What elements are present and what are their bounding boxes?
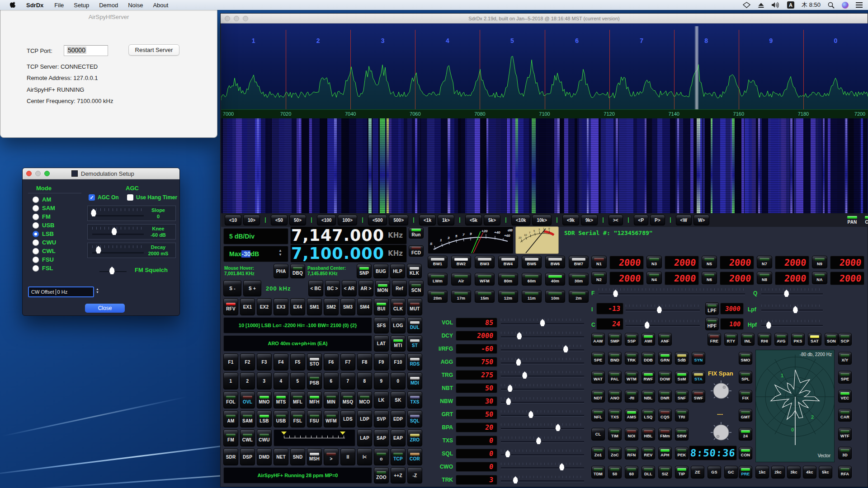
restart-server-button[interactable]: Restart Server (128, 44, 179, 56)
button-inl[interactable]: INL (741, 333, 755, 346)
button-sm3[interactable]: SM3 (340, 298, 355, 315)
button-bnd[interactable]: BND (608, 352, 622, 365)
button-spe[interactable]: SPE (591, 352, 605, 365)
button-son[interactable]: SON (825, 333, 838, 346)
button-bw5[interactable]: BW5 (522, 256, 542, 268)
slider-thumb[interactable] (793, 306, 798, 313)
button-ams[interactable]: AMS (625, 409, 638, 422)
button-msh[interactable]: MSH (307, 448, 322, 465)
button-con[interactable]: CON (739, 447, 752, 460)
slider-thumb[interactable] (783, 290, 789, 297)
button-mco[interactable]: MCO (357, 391, 372, 408)
button-f7[interactable]: F7 (340, 353, 355, 371)
slider-thumb[interactable] (644, 321, 650, 328)
button-sm4[interactable]: SM4 (357, 298, 372, 315)
button-anf[interactable]: ANF (658, 333, 672, 346)
param-slider[interactable] (501, 436, 584, 446)
button-klk[interactable]: KLK (407, 264, 422, 278)
button-eap[interactable]: EAP (391, 429, 406, 446)
button-i-[interactable]: I< (357, 448, 372, 465)
button-lpf[interactable]: LPF (705, 302, 719, 315)
button-ar-[interactable]: AR > (359, 280, 373, 296)
mode-radio-fm[interactable]: FM (33, 213, 51, 220)
button-1[interactable]: 1 (223, 372, 238, 389)
button-bw7[interactable]: BW7 (569, 256, 589, 268)
param-slider[interactable] (501, 462, 584, 472)
vector-scope[interactable]: 102 -80 db, 2200 Hz Vector (755, 350, 835, 462)
button-msq[interactable]: MSQ (340, 391, 355, 408)
lpf-slider[interactable] (761, 305, 823, 314)
button-min[interactable]: MIN (324, 391, 339, 408)
button-20m[interactable]: 20m (428, 290, 448, 303)
menu-setup[interactable]: Setup (69, 2, 94, 9)
button-10-[interactable]: 10> (243, 215, 260, 225)
button-usb[interactable]: USB (274, 410, 288, 427)
button--100[interactable]: <100 (317, 215, 336, 225)
button-bw3[interactable]: BW3 (475, 256, 495, 268)
button-5k-[interactable]: 5k> (484, 215, 500, 225)
button-pks[interactable]: PKS (791, 333, 805, 346)
button-sm1[interactable]: SM1 (307, 298, 322, 315)
button--w[interactable]: <W (676, 215, 692, 225)
button-12m[interactable]: 12m (498, 290, 518, 303)
param-slider[interactable] (501, 422, 584, 432)
button-am[interactable]: AM (223, 410, 238, 427)
volume-icon[interactable] (772, 2, 780, 8)
button-w-[interactable]: W> (693, 215, 709, 225)
span-knob[interactable] (711, 380, 731, 401)
button-awi[interactable]: AWI (642, 333, 655, 346)
button-sat[interactable]: SAT (808, 333, 821, 346)
slider-thumb[interactable] (613, 290, 618, 297)
button-n7[interactable]: N7 (757, 256, 772, 268)
button-dll[interactable]: DLL (642, 466, 655, 479)
minimize-window-icon[interactable] (35, 171, 41, 176)
button-tri[interactable]: TRI (675, 409, 689, 422)
button-lsb[interactable]: LSB (257, 410, 272, 427)
dialog-titlebar[interactable]: Demodulation Setup (23, 168, 179, 179)
button-ref[interactable]: Ref (392, 280, 407, 296)
button-n4[interactable]: N4 (646, 272, 662, 284)
button-bui[interactable]: BUI (374, 298, 389, 315)
button-txs[interactable]: TXS (608, 409, 622, 422)
passband-marker-right[interactable] (340, 432, 345, 435)
button-air[interactable]: Air (451, 273, 471, 286)
button-dnr[interactable]: DNR (658, 390, 672, 403)
button-100-[interactable]: 100> (338, 215, 357, 225)
button-wfm[interactable]: WFM (475, 273, 495, 286)
button-3[interactable]: 3 (257, 372, 272, 389)
button-snp[interactable]: SNP (357, 264, 372, 278)
button-sql[interactable]: SQL (407, 410, 422, 427)
button-s-[interactable]: S + (243, 280, 261, 296)
button-5[interactable]: 5 (290, 372, 305, 389)
button-0[interactable]: 0 (391, 372, 406, 389)
max-db-stepper[interactable]: ▲▼ (278, 249, 282, 256)
button-fsu[interactable]: FSU (307, 410, 322, 427)
waterfall-display[interactable] (221, 118, 868, 213)
cw-offset-input[interactable]: CW Offset 0 Hz (28, 286, 94, 297)
i-slider[interactable] (626, 305, 700, 314)
button-fm[interactable]: FM (223, 429, 238, 446)
button-noi[interactable]: NOI (625, 428, 638, 441)
button-15m[interactable]: 15m (475, 290, 495, 303)
fm-squelch-slider[interactable] (99, 266, 127, 275)
button--ri[interactable]: -RI (625, 390, 638, 403)
param-slider[interactable] (501, 475, 584, 485)
rate-knob[interactable] (711, 422, 731, 443)
button-syn[interactable]: SYN (692, 352, 705, 365)
button-clk[interactable]: CLK (391, 298, 406, 315)
button-car[interactable]: CAR (838, 409, 852, 422)
button--500[interactable]: <500 (368, 215, 387, 225)
param-slider[interactable] (501, 331, 584, 341)
button-p-[interactable]: P> (650, 215, 665, 225)
button-lk[interactable]: LK (374, 391, 389, 408)
button-tip[interactable]: TIP (675, 466, 689, 479)
button-n2[interactable]: N2 (591, 272, 607, 284)
button-tim[interactable]: TIM (608, 428, 622, 441)
button-pre[interactable]: PRE (739, 466, 752, 479)
close-button[interactable]: Close (85, 304, 125, 313)
button-snd[interactable]: SND (290, 448, 305, 465)
button-ze[interactable]: ZE (691, 466, 704, 479)
button-f6[interactable]: F6 (324, 353, 339, 371)
mode-radio-usb[interactable]: USB (33, 222, 54, 229)
button-o[interactable]: o (374, 448, 389, 465)
